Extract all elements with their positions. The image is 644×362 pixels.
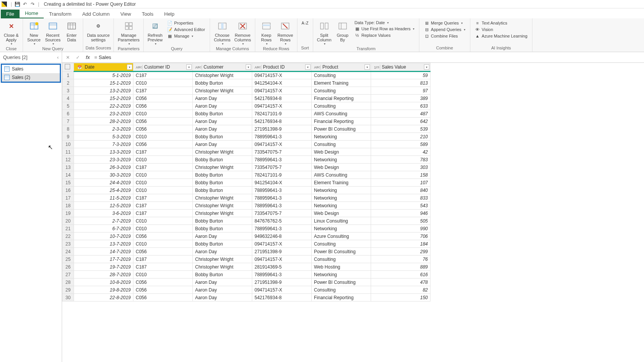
type-icon[interactable]: ABC (136, 65, 143, 70)
cell[interactable]: Bobby Burton (193, 79, 252, 87)
cell[interactable]: 5-3-2019 (74, 133, 133, 141)
data-grid[interactable]: 📅Date▾ABCCustomer ID▾ABCCustomer▾ABCProd… (62, 63, 644, 362)
new-source-button[interactable]: New Source (25, 19, 43, 46)
cell[interactable]: 28-7-2019 (74, 271, 133, 278)
azure-ml-button[interactable]: ▲Azure Machine Learning (473, 33, 529, 39)
row-number[interactable]: 13 (62, 164, 74, 171)
cell[interactable]: Networking (312, 194, 371, 202)
cell[interactable]: Azure Consulting (312, 233, 371, 240)
close-apply-button[interactable]: ✕ Close & Apply (2, 19, 20, 46)
cell[interactable]: C010 (133, 225, 193, 233)
cell[interactable]: Bobby Burton (193, 225, 252, 233)
cell[interactable]: 539 (371, 125, 430, 133)
type-icon[interactable]: 123 (373, 65, 380, 70)
properties-button[interactable]: 📄Properties (166, 20, 207, 26)
cell[interactable]: C187 (133, 263, 193, 271)
tab-tools[interactable]: Tools (136, 10, 159, 18)
table-row[interactable]: 1625-4-2019C010Bobby Burton788959641-3Ne… (62, 187, 430, 194)
cell[interactable]: 094714157-X (252, 256, 312, 263)
cell[interactable]: Aaron Day (193, 286, 252, 294)
cell[interactable]: 158 (371, 171, 430, 179)
cell[interactable]: Consulting (312, 102, 371, 110)
cell[interactable]: 12-5-2019 (74, 202, 133, 210)
row-number[interactable]: 10 (62, 141, 74, 148)
query-item-sales[interactable]: Sales (2, 65, 60, 73)
cell[interactable]: 813 (371, 79, 430, 87)
cell[interactable]: Christopher Wright (193, 210, 252, 217)
cell[interactable]: 2-3-2019 (74, 125, 133, 133)
formula-text[interactable]: =Sales (94, 54, 111, 60)
cell[interactable]: 733547075-7 (252, 164, 312, 171)
cell[interactable]: Element Training (312, 179, 371, 187)
cell[interactable]: 542176934-8 (252, 118, 312, 125)
tab-transform[interactable]: Transform (44, 10, 77, 18)
cell[interactable]: Aaron Day (193, 118, 252, 125)
cell[interactable]: 17-7-2019 (74, 256, 133, 263)
cell[interactable]: C187 (133, 164, 193, 171)
cell[interactable]: 847676762-5 (252, 217, 312, 225)
cell[interactable]: 97 (371, 87, 430, 95)
row-number[interactable]: 19 (62, 210, 74, 217)
cell[interactable]: 706 (371, 233, 430, 240)
cell[interactable]: C056 (133, 125, 193, 133)
table-row[interactable]: 623-2-2019C010Bobby Burton782417101-9AWS… (62, 110, 430, 118)
data-type-button[interactable]: Data Type: Date (353, 20, 416, 25)
cell[interactable]: Aaron Day (193, 294, 252, 301)
cell[interactable]: 150 (371, 294, 430, 301)
cell[interactable]: C187 (133, 210, 193, 217)
row-number[interactable]: 4 (62, 95, 74, 102)
cell[interactable]: 788959641-3 (252, 202, 312, 210)
cell[interactable]: 889 (371, 263, 430, 271)
cell[interactable]: Christopher Wright (193, 148, 252, 156)
cell[interactable]: 2-7-2019 (74, 217, 133, 225)
keep-rows-button[interactable]: Keep Rows (258, 19, 275, 46)
table-row[interactable]: 1326-3-2019C187Christopher Wright7335470… (62, 164, 430, 171)
tab-home[interactable]: Home (20, 9, 44, 18)
table-row[interactable]: 1711-5-2019C187Christopher Wright7889596… (62, 194, 430, 202)
cell[interactable]: Consulting (312, 240, 371, 248)
cell[interactable]: 616 (371, 271, 430, 278)
cell[interactable]: 733547075-7 (252, 210, 312, 217)
manage-button[interactable]: ▦Manage (166, 33, 207, 39)
cell[interactable]: C010 (133, 156, 193, 164)
cell[interactable]: Power BI Consulting (312, 125, 371, 133)
combine-files-button[interactable]: ⊡Combine Files (422, 33, 467, 39)
type-icon[interactable]: 📅 (76, 65, 83, 70)
table-row[interactable]: 216-7-2019C010Bobby Burton788959641-3Net… (62, 225, 430, 233)
cell[interactable]: C010 (133, 217, 193, 225)
table-row[interactable]: 3022-8-2019C056Aaron Day542176934-8Finan… (62, 294, 430, 301)
filter-icon[interactable]: ▾ (365, 64, 370, 70)
cell[interactable]: C010 (133, 79, 193, 87)
cell[interactable]: 26-3-2019 (74, 164, 133, 171)
cell[interactable]: Aaron Day (193, 141, 252, 148)
cell[interactable]: 299 (371, 248, 430, 256)
cell[interactable]: Web Design (312, 148, 371, 156)
append-queries-button[interactable]: ⊟Append Queries (422, 26, 467, 33)
cell[interactable]: 14-7-2019 (74, 248, 133, 256)
cell[interactable]: 42 (371, 148, 430, 156)
data-source-settings-button[interactable]: ⚙ Data source settings (85, 19, 111, 43)
query-item-sales2[interactable]: Sales (2) (2, 73, 60, 82)
cell[interactable]: 094714157-X (252, 87, 312, 95)
cell[interactable]: 76 (371, 256, 430, 263)
cell[interactable]: 094714157-X (252, 141, 312, 148)
row-number[interactable]: 28 (62, 278, 74, 286)
cell[interactable]: 788959641-3 (252, 133, 312, 141)
recent-sources-button[interactable]: Recent Sources (44, 19, 62, 46)
text-analytics-button[interactable]: ≡Text Analytics (473, 20, 529, 26)
cell[interactable]: Christopher Wright (193, 263, 252, 271)
row-number[interactable]: 24 (62, 248, 74, 256)
column-header-sales-value[interactable]: 123Sales Value▾ (371, 63, 430, 72)
refresh-preview-button[interactable]: 🔄 Refresh Preview (146, 19, 164, 46)
cell[interactable]: Power BI Consulting (312, 278, 371, 286)
cell[interactable]: 542176934-8 (252, 294, 312, 301)
tab-file[interactable]: File (1, 10, 20, 18)
cell[interactable]: C187 (133, 202, 193, 210)
filter-icon[interactable]: ▾ (186, 64, 192, 70)
row-number[interactable]: 12 (62, 156, 74, 164)
table-row[interactable]: 95-3-2019C010Bobby Burton788959641-3Netw… (62, 133, 430, 141)
cell[interactable]: C056 (133, 102, 193, 110)
cell[interactable]: 094714157-X (252, 240, 312, 248)
cell[interactable]: AWS Consulting (312, 110, 371, 118)
cell[interactable]: 6-7-2019 (74, 225, 133, 233)
